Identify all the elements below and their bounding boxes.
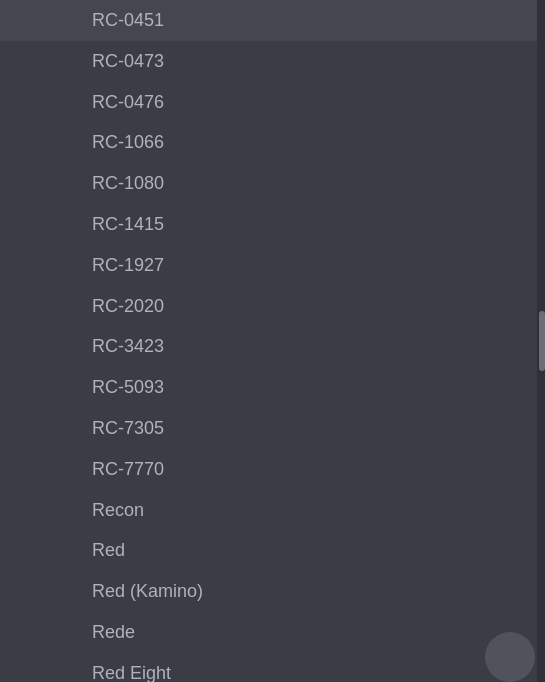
scrollbar-thumb[interactable] <box>539 311 545 371</box>
list-item-item-rede[interactable]: Rede <box>0 612 545 653</box>
list-item-item-rc5093[interactable]: RC-5093 <box>0 367 545 408</box>
list-item-item-red-kamino[interactable]: Red (Kamino) <box>0 571 545 612</box>
list-item-item-rc1080[interactable]: RC-1080 <box>0 163 545 204</box>
avatar <box>485 632 535 682</box>
scrollbar[interactable] <box>537 0 545 682</box>
list-item-item-red[interactable]: Red <box>0 530 545 571</box>
list-item-item-rc0451[interactable]: RC-0451 <box>0 0 545 41</box>
list-item-item-rc3423[interactable]: RC-3423 <box>0 326 545 367</box>
list-item-item-rc1927[interactable]: RC-1927 <box>0 245 545 286</box>
list-items: RC-0451RC-0473RC-0476RC-1066RC-1080RC-14… <box>0 0 545 682</box>
list-item-item-red-eight[interactable]: Red Eight <box>0 653 545 682</box>
list-item-item-rc2020[interactable]: RC-2020 <box>0 286 545 327</box>
list-container: RC-0451RC-0473RC-0476RC-1066RC-1080RC-14… <box>0 0 545 682</box>
list-item-item-rc0476[interactable]: RC-0476 <box>0 82 545 123</box>
list-item-item-rc1415[interactable]: RC-1415 <box>0 204 545 245</box>
list-item-item-rc0473[interactable]: RC-0473 <box>0 41 545 82</box>
list-item-item-rc1066[interactable]: RC-1066 <box>0 122 545 163</box>
list-item-item-rc7770[interactable]: RC-7770 <box>0 449 545 490</box>
list-item-item-rc7305[interactable]: RC-7305 <box>0 408 545 449</box>
list-item-item-recon[interactable]: Recon <box>0 490 545 531</box>
